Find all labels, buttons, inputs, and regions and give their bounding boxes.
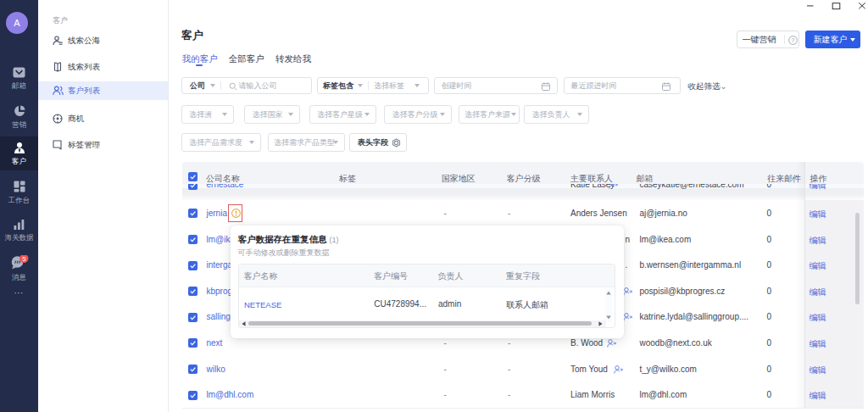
svg-text:5: 5 (22, 255, 26, 263)
svg-text:?: ? (791, 37, 794, 43)
